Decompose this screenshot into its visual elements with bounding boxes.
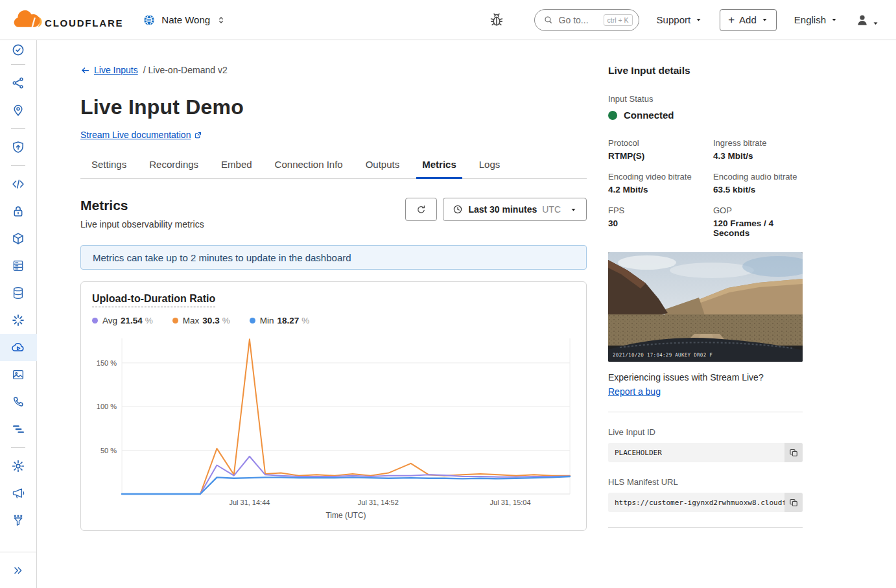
account-name: Nate Wong [161, 14, 210, 25]
workers-icon [11, 177, 25, 191]
report-bug-link[interactable]: Report a bug [608, 386, 661, 397]
sidebar-item-images[interactable] [0, 361, 37, 388]
legend-dot-min [250, 318, 255, 323]
profile-menu[interactable] [855, 13, 879, 27]
support-menu[interactable]: Support [657, 14, 703, 25]
caret-down-icon [570, 206, 577, 213]
stream-docs-link[interactable]: Stream Live documentation [80, 130, 587, 140]
live-input-id-field: PLACEHOLDER [608, 443, 803, 462]
sidebar-item-workers[interactable] [0, 171, 37, 198]
sidebar-item-funnel[interactable] [0, 507, 37, 534]
globe-icon [143, 14, 156, 27]
map-pin-icon [11, 103, 25, 117]
details-heading: Live Input details [608, 65, 803, 76]
chart-card: Upload-to-Duration Ratio Avg21.54 % Max3… [80, 281, 587, 531]
caret-down-icon [831, 16, 838, 23]
search-shortcut-badge: ctrl + K [604, 14, 633, 26]
sidebar-divider [11, 165, 25, 166]
caret-down-icon [761, 16, 768, 23]
sidebar-item-clock-history[interactable] [0, 40, 37, 60]
svg-text:150 %: 150 % [97, 359, 117, 367]
breadcrumb-back-label: Live Inputs [94, 65, 138, 75]
sidebar-item-server-rack[interactable] [0, 252, 37, 279]
upload-duration-chart[interactable]: 50 %100 %150 %Jul 31, 14:44Jul 31, 14:52… [92, 333, 575, 523]
sidebar-divider [11, 128, 25, 129]
sidebar-divider [11, 447, 25, 448]
sidebar-item-settings[interactable] [0, 453, 37, 480]
detail-field-gop: GOP120 Frames / 4 Seconds [713, 206, 803, 238]
input-status-label: Input Status [608, 94, 803, 104]
top-header: CLOUDFLARE Nate Wong ctrl + K Support + … [0, 0, 896, 40]
lock-icon [11, 204, 25, 218]
copy-icon [789, 498, 799, 508]
sidebar-item-calls[interactable] [0, 388, 37, 416]
time-range-dropdown[interactable]: Last 30 minutes UTC [443, 198, 587, 221]
add-button[interactable]: + Add [720, 9, 777, 31]
global-search[interactable]: ctrl + K [534, 9, 639, 31]
preview-frame [608, 252, 803, 362]
breadcrumb-back-link[interactable]: Live Inputs [80, 65, 138, 75]
expand-icon [12, 565, 24, 576]
server-rack-icon [11, 259, 25, 273]
sidebar-item-stream[interactable] [0, 334, 37, 361]
sidebar-item-shield-sync[interactable] [0, 134, 37, 161]
calls-icon [11, 395, 25, 409]
svg-text:100 %: 100 % [97, 403, 117, 410]
brand-text: CLOUDFLARE [45, 18, 123, 29]
svg-text:Jul 31, 15:04: Jul 31, 15:04 [490, 499, 531, 506]
hls-manifest-value: https://customer-igynxd2rwhmuoxw8.cloudf [608, 493, 784, 512]
sidebar-item-notifications[interactable] [0, 480, 37, 507]
sidebar-item-share-network[interactable] [0, 69, 37, 97]
hls-manifest-label: HLS Manifest URL [608, 477, 803, 487]
sidebar-expand-button[interactable] [0, 552, 37, 588]
plus-icon: + [728, 14, 735, 25]
bug-icon[interactable] [488, 12, 505, 29]
search-input[interactable] [558, 14, 599, 26]
sidebar-item-queues[interactable] [0, 416, 37, 443]
tab-logs[interactable]: Logs [473, 159, 506, 178]
tab-embed[interactable]: Embed [215, 159, 258, 178]
hls-manifest-field: https://customer-igynxd2rwhmuoxw8.cloudf [608, 493, 803, 512]
unfold-icon [216, 15, 226, 25]
language-menu[interactable]: English [794, 14, 838, 25]
copy-live-input-id-button[interactable] [784, 443, 803, 462]
copy-hls-manifest-button[interactable] [784, 493, 803, 512]
sidebar-item-map-pin[interactable] [0, 97, 37, 124]
add-label: Add [739, 14, 757, 25]
queues-icon [11, 422, 25, 436]
refresh-button[interactable] [405, 198, 437, 221]
live-input-details-panel: Live Input details Input Status Connecte… [608, 65, 803, 588]
tab-metrics[interactable]: Metrics [416, 159, 462, 178]
svg-text:50 %: 50 % [100, 447, 117, 454]
live-preview-video: 2021/10/20 17:04:29 AUKEY DR02 F [608, 252, 803, 362]
tab-recordings[interactable]: Recordings [143, 159, 204, 178]
account-switcher[interactable]: Nate Wong [143, 14, 226, 27]
tab-connection-info[interactable]: Connection Info [269, 159, 349, 178]
chart-legend: Avg21.54 % Max30.3 % Min18.27 % [92, 316, 575, 325]
tab-outputs[interactable]: Outputs [360, 159, 406, 178]
sidebar-item-ai-gateway[interactable] [0, 307, 37, 334]
time-range-timezone: UTC [542, 204, 561, 215]
notifications-icon [11, 486, 25, 500]
svg-text:Jul 31, 14:52: Jul 31, 14:52 [358, 499, 399, 506]
sidebar-item-r2-cube[interactable] [0, 225, 37, 252]
time-range-label: Last 30 minutes [468, 204, 537, 215]
tab-settings[interactable]: Settings [86, 159, 132, 178]
breadcrumb-current: / Live-on-Demand v2 [143, 65, 228, 75]
r2-cube-icon [11, 231, 25, 246]
status-value: Connected [624, 110, 674, 121]
legend-avg: Avg21.54 % [92, 316, 153, 325]
sidebar-item-database[interactable] [0, 279, 37, 307]
clock-history-icon [11, 43, 25, 57]
tab-bar: SettingsRecordingsEmbedConnection InfoOu… [80, 159, 587, 179]
copy-icon [789, 448, 799, 458]
doc-link-label: Stream Live documentation [80, 130, 191, 140]
caret-down-icon [872, 16, 879, 23]
legend-min: Min18.27 % [250, 316, 310, 325]
share-network-icon [11, 76, 25, 90]
detail-field-fps: FPS30 [608, 206, 711, 238]
stream-icon [11, 340, 25, 355]
cloudflare-cloud-icon [10, 9, 44, 31]
sidebar-item-lock[interactable] [0, 198, 37, 225]
legend-dot-avg [92, 318, 98, 323]
